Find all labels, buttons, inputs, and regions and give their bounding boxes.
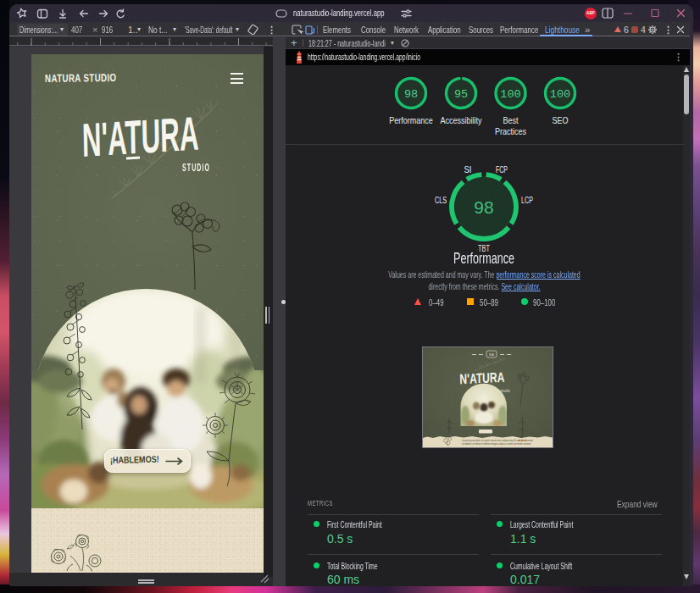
svg-text:SEO: SEO [552, 115, 568, 125]
svg-text:eiusmod: eiusmod [518, 439, 527, 442]
svg-text:98: 98 [404, 88, 418, 101]
svg-text:SI: SI [464, 165, 472, 175]
svg-text:Practices: Practices [495, 126, 526, 136]
svg-text:100: 100 [550, 88, 570, 101]
svg-text:LCP: LCP [521, 196, 533, 205]
svg-text:98: 98 [474, 197, 493, 217]
svg-text:Performance: Performance [389, 115, 433, 125]
svg-text:CLS: CLS [435, 196, 447, 205]
svg-text:Best: Best [503, 115, 518, 125]
svg-text:95: 95 [454, 88, 468, 101]
svg-text:Accessibility: Accessibility [440, 115, 481, 125]
svg-text:incididunt ut labore et dolore: incididunt ut labore et dolore magna ali… [462, 442, 531, 446]
svg-text:FCP: FCP [496, 165, 508, 175]
svg-text:100: 100 [500, 88, 520, 101]
svg-text:N'A: N'A [489, 353, 494, 357]
